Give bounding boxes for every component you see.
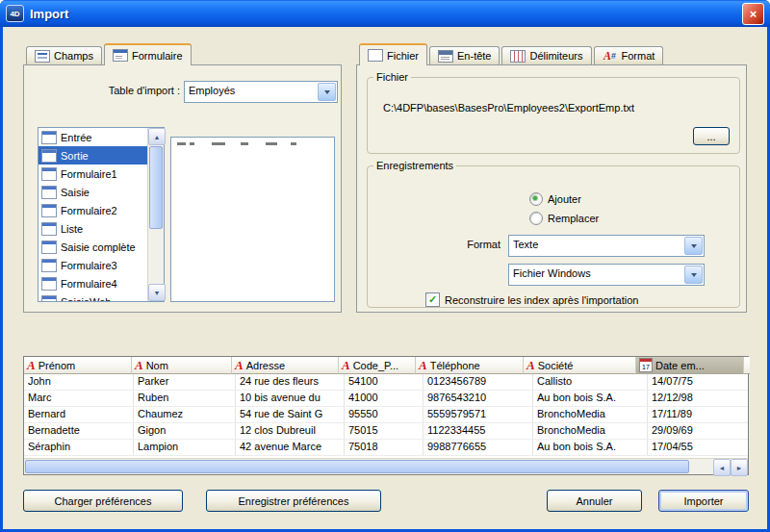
- grid-cell: Ruben: [134, 391, 236, 406]
- preview-mark: [266, 142, 277, 145]
- form-list-item[interactable]: Formulaire4: [38, 274, 147, 292]
- column-header-label: Code_P...: [353, 360, 399, 371]
- grid-cell: Chaumez: [134, 407, 236, 422]
- column-header-label: Téléphone: [430, 360, 480, 371]
- grid-cell: 9876543210: [424, 391, 533, 406]
- grid-cell: BronchoMedia: [533, 423, 648, 439]
- grid-cell: 17/11/89: [648, 407, 748, 422]
- file-groupbox-title: Fichier: [373, 71, 411, 83]
- grid-cell: 75015: [345, 423, 424, 439]
- scroll-right-button[interactable]: ►: [731, 459, 748, 476]
- tab-format[interactable]: A# Format: [594, 46, 664, 64]
- hscroll-track[interactable]: [24, 459, 713, 474]
- scroll-left-button[interactable]: ◄: [713, 459, 731, 476]
- scroll-thumb[interactable]: [149, 146, 163, 229]
- form-list-item[interactable]: Entrée: [38, 128, 147, 146]
- browse-button[interactable]: ...: [693, 127, 730, 145]
- form-list-item-label: SaisieWeb: [61, 296, 111, 302]
- column-header[interactable]: ACode_P...: [339, 357, 416, 374]
- form-icon: [41, 186, 57, 199]
- rebuild-index-label[interactable]: Reconstruire les index après l'importati…: [445, 294, 638, 306]
- grid-cell: Parker: [134, 374, 236, 390]
- grid-cell: 54100: [345, 374, 424, 390]
- radio-ajouter-label[interactable]: Ajouter: [548, 193, 581, 205]
- cancel-button[interactable]: Annuler: [547, 490, 642, 512]
- rebuild-index-row: ✓ Reconstruire les index après l'importa…: [425, 292, 638, 307]
- scroll-down-button[interactable]: ▼: [148, 284, 166, 301]
- scroll-track[interactable]: [148, 145, 164, 284]
- scroll-up-button[interactable]: ▲: [148, 128, 166, 145]
- grid-cell: 12 clos Dubreuil: [236, 423, 345, 439]
- form-list-item[interactable]: Saisie: [38, 183, 147, 201]
- combo-dropdown-button[interactable]: [684, 266, 703, 284]
- column-header[interactable]: AAdresse: [232, 357, 339, 374]
- tab-format-label: Format: [622, 50, 655, 62]
- radio-remplacer[interactable]: [529, 212, 543, 225]
- save-preferences-button[interactable]: Enregistrer préférences: [206, 490, 381, 512]
- form-icon: [41, 222, 57, 236]
- radio-remplacer-label[interactable]: Remplacer: [548, 213, 599, 224]
- column-header[interactable]: APrénom: [24, 357, 132, 374]
- form-list: EntréeSortieFormulaire1SaisieFormulaire2…: [38, 128, 147, 301]
- tab-formulaire[interactable]: Formulaire: [104, 43, 192, 65]
- column-header[interactable]: ATéléphone: [416, 357, 524, 374]
- grid-cell: Au bon bois S.A.: [533, 440, 648, 455]
- table-import-combobox[interactable]: Employés: [184, 81, 338, 103]
- form-list-item[interactable]: Sortie: [38, 146, 147, 165]
- form-list-item-label: Formulaire3: [61, 260, 117, 271]
- rebuild-index-checkbox[interactable]: ✓: [425, 292, 440, 307]
- grid-cell: 0123456789: [424, 374, 533, 390]
- encoding-combobox[interactable]: Fichier Windows: [508, 264, 705, 286]
- form-icon: [41, 131, 57, 144]
- header-icon: [438, 50, 453, 63]
- form-list-item[interactable]: SaisieWeb: [38, 292, 147, 301]
- grid-row[interactable]: BernadetteGigon12 clos Dubreuil750151122…: [24, 423, 748, 440]
- form-icon: [41, 149, 57, 163]
- grid-cell: 41000: [345, 391, 424, 406]
- form-list-scrollbar: ▲ ▼: [147, 128, 164, 301]
- column-header-label: Société: [538, 360, 574, 371]
- tab-delimiteurs[interactable]: Délimiteurs: [501, 46, 591, 64]
- file-groupbox: Fichier C:\4DFP\bases\BasesPro\Employees…: [367, 71, 740, 154]
- form-list-item[interactable]: Formulaire1: [38, 165, 147, 183]
- tab-entete[interactable]: En-tête: [429, 46, 500, 64]
- table-import-label: Table d'import :: [24, 81, 180, 101]
- grid-row[interactable]: JohnParker24 rue des fleurs5410001234567…: [24, 374, 748, 391]
- hscroll-thumb[interactable]: [25, 460, 689, 473]
- form-list-item[interactable]: Saisie complète: [38, 238, 147, 256]
- format-icon-hash: #: [611, 52, 616, 61]
- form-list-item-label: Sortie: [61, 150, 89, 162]
- tab-champs-label: Champs: [54, 50, 93, 62]
- column-header-label: Prénom: [38, 360, 76, 371]
- combo-dropdown-button[interactable]: [684, 237, 703, 255]
- load-preferences-button[interactable]: Charger préférences: [23, 490, 183, 512]
- preview-mark: [212, 142, 225, 145]
- tab-fichier[interactable]: Fichier: [359, 43, 427, 65]
- column-header-label: Nom: [146, 360, 168, 371]
- import-file-path: C:\4DFP\bases\BasesPro\Employees2\Export…: [383, 102, 634, 114]
- radio-ajouter[interactable]: [529, 192, 543, 206]
- grid-row[interactable]: SéraphinLampion42 avenue Marce7501899887…: [24, 440, 748, 456]
- form-list-item[interactable]: Formulaire2: [38, 201, 147, 219]
- combo-dropdown-button[interactable]: [318, 83, 336, 101]
- grid-cell: 5559579571: [424, 407, 533, 422]
- column-header[interactable]: 17Date em...: [636, 357, 744, 374]
- column-header[interactable]: ANom: [132, 357, 232, 374]
- grid-cell: Au bon bois S.A.: [533, 391, 648, 406]
- grid-row[interactable]: BernardChaumez54 rue de Saint G955505559…: [24, 407, 748, 423]
- import-button[interactable]: Importer: [658, 490, 749, 512]
- preview-mark: [291, 142, 296, 145]
- titlebar[interactable]: 4D Import ×: [0, 0, 770, 27]
- formulaire-tab-panel: Table d'import : Employés EntréeSortieFo…: [23, 64, 342, 313]
- form-list-item[interactable]: Formulaire3: [38, 256, 147, 274]
- chevron-down-icon: [691, 244, 697, 251]
- close-button[interactable]: ×: [742, 3, 764, 25]
- format-label: Format: [368, 235, 500, 255]
- grid-cell: 17/04/55: [648, 440, 748, 455]
- form-list-item[interactable]: Liste: [38, 219, 147, 238]
- grid-cell: 14/07/75: [648, 374, 748, 390]
- tab-champs[interactable]: Champs: [26, 46, 102, 64]
- column-header[interactable]: ASociété: [524, 357, 636, 374]
- format-combobox[interactable]: Texte: [508, 235, 705, 257]
- grid-row[interactable]: MarcRuben10 bis avenue du410009876543210…: [24, 391, 748, 407]
